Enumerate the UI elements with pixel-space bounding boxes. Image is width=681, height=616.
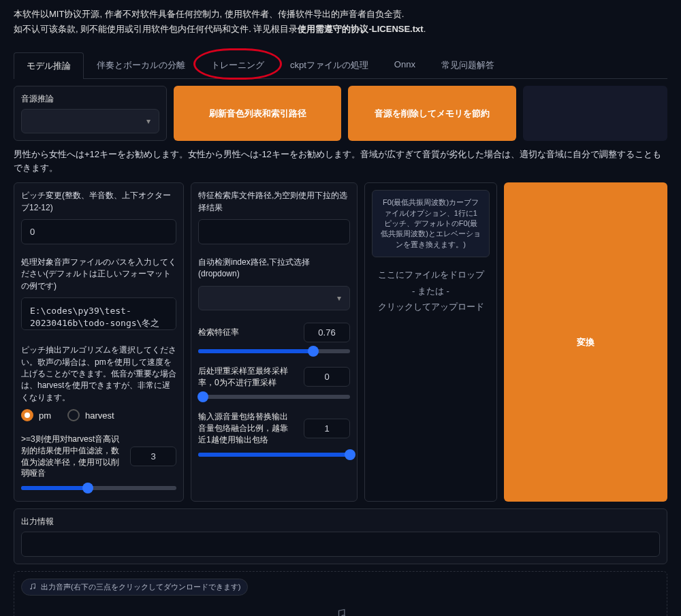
output-audio-label: 出力音声(右下の三点をクリックしてダウンロードできます) — [21, 579, 248, 596]
radio-pm[interactable]: pm — [21, 409, 51, 421]
feat-path-input[interactable] — [198, 219, 350, 244]
retrieval-rate-label: 检索特征率 — [198, 327, 296, 338]
rms-mix-label: 输入源音量包络替换输出音量包络融合比例，越靠近1越使用输出包络 — [198, 411, 296, 445]
dropzone-text: ここにファイルをドロップ - または - クリックしてアップロード — [372, 267, 490, 314]
music-note-icon — [29, 583, 37, 592]
unload-voice-button[interactable]: 音源を削除してメモリを節約 — [348, 86, 516, 141]
median-filter-label: >=3则使用对harvest音高识别的结果使用中值滤波，数值为滤波半径，使用可以… — [21, 434, 122, 479]
median-filter-value[interactable]: 3 — [130, 447, 176, 466]
inference-voice-select[interactable]: ▾ — [21, 109, 159, 133]
pitch-panel: ピッチ変更(整数、半音数、上下オクターブ12-12) 処理対象音声ファイルのパス… — [14, 182, 184, 502]
tab-faq[interactable]: 常见问题解答 — [428, 52, 507, 78]
svg-point-1 — [33, 587, 35, 589]
top-action-row: 音源推論 ▾ 刷新音色列表和索引路径 音源を削除してメモリを節約 — [14, 86, 667, 141]
algo-label: ピッチ抽出アルゴリズムを選択してください。歌声の場合は、pmを使用して速度を上げ… — [21, 344, 176, 404]
pitch-input[interactable] — [21, 219, 176, 244]
f0-file-dropzone[interactable]: F0(最低共振周波数)カーブファイル(オプション、1行に1ピッチ、デフォルトのF… — [364, 182, 497, 502]
license-text: 本软件以MIT协议开源, 作者不对软件具备任何控制力, 使用软件者、传播软件导出… — [14, 7, 667, 37]
algo-radio-group: pm harvest — [21, 409, 176, 421]
output-info-label: 出力情報 — [21, 516, 660, 528]
tab-onnx[interactable]: Onnx — [381, 52, 428, 78]
output-audio-panel: 出力音声(右下の三点をクリックしてダウンロードできます) — [14, 571, 667, 616]
license-line2: 如不认可该条款, 则不能使用或引用软件包内任何代码和文件. 详见根目录使用需遵守… — [14, 22, 667, 37]
output-audio-placeholder — [21, 596, 660, 616]
license-line1: 本软件以MIT协议开源, 作者不对软件具备任何控制力, 使用软件者、传播软件导出… — [14, 7, 667, 22]
output-info-field[interactable] — [21, 532, 660, 557]
resample-value[interactable]: 0 — [304, 367, 350, 387]
main-params-row: ピッチ変更(整数、半音数、上下オクターブ12-12) 処理対象音声ファイルのパス… — [14, 182, 667, 502]
retrieval-rate-slider[interactable] — [198, 349, 350, 353]
inference-voice-panel: 音源推論 ▾ — [14, 86, 167, 141]
pitch-advice-text: 男性から女性へは+12キーをお勧めします。女性から男性へは-12キーをお勧めしま… — [14, 148, 667, 174]
tab-training[interactable]: トレーニング — [198, 52, 277, 78]
refresh-voice-list-button[interactable]: 刷新音色列表和索引路径 — [174, 86, 341, 141]
f0-caption: F0(最低共振周波数)カーブファイル(オプション、1行に1ピッチ、デフォルトのF… — [372, 190, 490, 257]
rms-mix-value[interactable]: 1 — [304, 419, 350, 438]
empty-action-slot — [523, 86, 667, 141]
auto-index-select[interactable]: ▾ — [198, 286, 350, 310]
resample-label: 后处理重采样至最终采样率，0为不进行重采样 — [198, 366, 296, 389]
chevron-down-icon: ▾ — [146, 116, 151, 126]
tab-ckpt-processing[interactable]: ckptファイルの処理 — [277, 52, 381, 78]
median-filter-slider[interactable] — [21, 486, 176, 490]
auto-index-label: 自动检测index路径,下拉式选择(dropdown) — [198, 257, 350, 280]
rms-mix-slider[interactable] — [198, 453, 350, 457]
audio-path-input[interactable] — [21, 297, 176, 330]
feat-path-label: 特征检索库文件路径,为空则使用下拉的选择结果 — [198, 190, 350, 214]
resample-slider[interactable] — [198, 395, 350, 399]
svg-point-0 — [30, 588, 32, 590]
convert-button[interactable]: 変換 — [504, 182, 667, 502]
radio-dot-icon — [21, 409, 33, 421]
audio-path-label: 処理対象音声ファイルのパスを入力してください(デフォルトは正しいフォーマットの例… — [21, 257, 176, 292]
tab-bar: モデル推論 伴奏とボーカルの分離 トレーニング ckptファイルの処理 Onnx… — [14, 52, 667, 79]
tab-vocal-separation[interactable]: 伴奏とボーカルの分離 — [84, 52, 198, 78]
chevron-down-icon: ▾ — [337, 293, 341, 303]
radio-dot-icon — [67, 409, 80, 421]
pitch-label: ピッチ変更(整数、半音数、上下オクターブ12-12) — [21, 190, 176, 214]
tab-model-inference[interactable]: モデル推論 — [14, 52, 84, 79]
output-info-panel: 出力情報 — [14, 508, 667, 564]
feature-panel: 特征检索库文件路径,为空则使用下拉的选择结果 自动检测index路径,下拉式选择… — [191, 182, 358, 502]
retrieval-rate-value[interactable]: 0.76 — [304, 323, 350, 342]
radio-harvest[interactable]: harvest — [67, 409, 114, 421]
inference-voice-label: 音源推論 — [21, 93, 159, 105]
